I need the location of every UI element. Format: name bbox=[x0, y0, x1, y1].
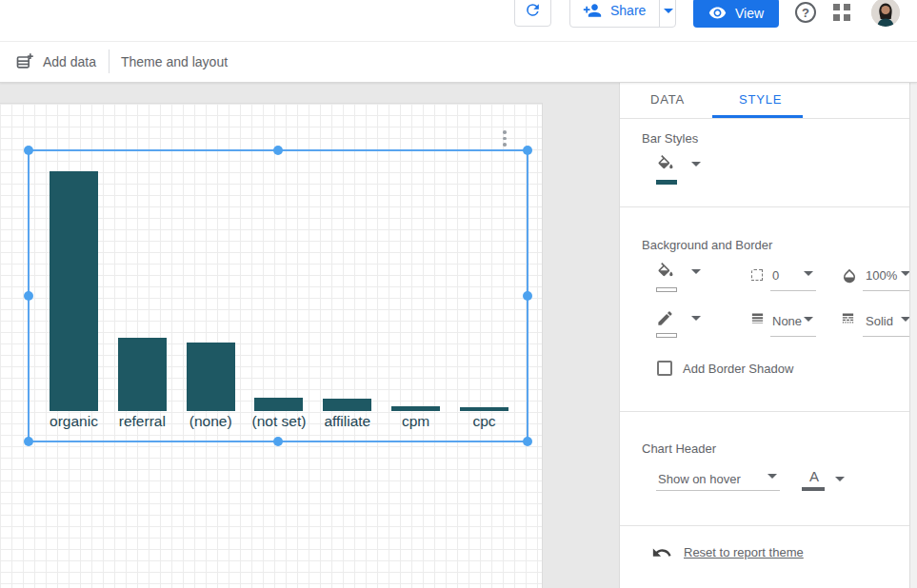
add-data-button[interactable]: Add data bbox=[15, 41, 96, 82]
user-avatar[interactable] bbox=[871, 0, 900, 27]
resize-handle-top-middle[interactable] bbox=[273, 146, 283, 155]
undo-icon bbox=[651, 542, 670, 561]
corner-radius-underline bbox=[770, 290, 816, 291]
resize-handle-bottom-left[interactable] bbox=[24, 437, 33, 446]
add-data-label: Add data bbox=[43, 54, 96, 69]
properties-panel: DATA STYLE Bar Styles Background and Bor… bbox=[619, 82, 917, 588]
edit-toolbar: Add data Theme and layout bbox=[0, 41, 917, 83]
border-color-button[interactable] bbox=[656, 309, 675, 328]
add-data-icon bbox=[15, 52, 34, 71]
person-add-icon bbox=[583, 1, 602, 20]
header-font-color-swatch bbox=[802, 487, 825, 491]
border-color-dropdown-icon[interactable] bbox=[691, 316, 701, 321]
pencil-icon bbox=[656, 309, 674, 327]
chart-selection-frame[interactable] bbox=[28, 149, 528, 442]
help-button[interactable]: ? bbox=[795, 2, 816, 23]
chart-header-title: Chart Header bbox=[642, 441, 716, 456]
border-style-underline bbox=[863, 336, 910, 337]
share-split-divider bbox=[659, 0, 660, 27]
theme-and-layout-button[interactable]: Theme and layout bbox=[121, 41, 228, 82]
bar-fill-color-button[interactable] bbox=[656, 155, 675, 174]
panel-scrollbar[interactable] bbox=[909, 82, 917, 588]
paint-bucket-icon bbox=[656, 155, 675, 174]
refresh-icon bbox=[524, 1, 542, 19]
share-label: Share bbox=[610, 3, 646, 18]
apps-grid-button[interactable] bbox=[833, 4, 850, 21]
panel-divider bbox=[620, 118, 917, 119]
background-color-button[interactable] bbox=[656, 263, 675, 282]
bar-color-swatch bbox=[656, 180, 677, 185]
chart-options-kebab-icon[interactable] bbox=[501, 130, 508, 149]
border-shadow-label: Add Border Shadow bbox=[683, 362, 793, 376]
background-border-title: Background and Border bbox=[642, 238, 772, 252]
view-label: View bbox=[735, 6, 764, 21]
top-app-bar: Share View ? bbox=[0, 0, 917, 42]
bar-color-dropdown-icon[interactable] bbox=[691, 162, 701, 167]
border-color-swatch bbox=[656, 333, 677, 338]
panel-divider bbox=[620, 411, 917, 412]
toolbar-separator bbox=[109, 49, 110, 73]
border-weight-value[interactable]: None bbox=[772, 314, 802, 328]
tab-style[interactable]: STYLE bbox=[739, 92, 782, 107]
share-dropdown-icon[interactable] bbox=[664, 9, 673, 13]
border-style-icon bbox=[841, 311, 860, 330]
border-shadow-checkbox[interactable] bbox=[657, 361, 672, 376]
resize-handle-top-right[interactable] bbox=[523, 146, 532, 155]
opacity-icon bbox=[841, 267, 860, 286]
help-glyph: ? bbox=[802, 6, 809, 20]
chart-header-mode-select[interactable]: Show on hover bbox=[658, 472, 741, 486]
bar-styles-title: Bar Styles bbox=[642, 131, 698, 146]
border-style-value[interactable]: Solid bbox=[866, 314, 893, 328]
border-weight-dropdown-icon[interactable] bbox=[804, 317, 813, 322]
corner-radius-value[interactable]: 0 bbox=[772, 268, 779, 283]
chart-header-mode-underline bbox=[656, 490, 780, 491]
background-color-dropdown-icon[interactable] bbox=[691, 269, 701, 274]
border-weight-underline bbox=[770, 336, 816, 337]
corner-radius-icon bbox=[751, 269, 763, 281]
panel-divider bbox=[620, 525, 917, 526]
eye-icon bbox=[708, 4, 727, 22]
theme-and-layout-label: Theme and layout bbox=[121, 54, 228, 69]
resize-handle-middle-left[interactable] bbox=[24, 291, 33, 301]
header-font-color-button[interactable]: A bbox=[809, 468, 819, 484]
share-button[interactable]: Share bbox=[569, 0, 676, 28]
resize-handle-bottom-right[interactable] bbox=[523, 437, 532, 446]
tab-data[interactable]: DATA bbox=[650, 92, 685, 107]
resize-handle-middle-right[interactable] bbox=[523, 291, 532, 301]
background-color-swatch bbox=[656, 287, 677, 292]
resize-handle-top-left[interactable] bbox=[24, 146, 33, 155]
border-weight-icon bbox=[750, 311, 769, 330]
refresh-button[interactable] bbox=[514, 0, 551, 27]
paint-bucket-icon bbox=[656, 263, 675, 282]
opacity-underline bbox=[863, 290, 910, 291]
reset-to-report-theme-link[interactable]: Reset to report theme bbox=[684, 545, 804, 559]
report-canvas[interactable]: organicreferral(none)(not set)affiliatec… bbox=[0, 103, 543, 588]
opacity-value[interactable]: 100% bbox=[866, 268, 897, 283]
resize-handle-bottom-middle[interactable] bbox=[273, 437, 283, 446]
avatar-image bbox=[871, 0, 900, 27]
chart-header-mode-dropdown-icon[interactable] bbox=[767, 474, 777, 479]
view-button[interactable]: View bbox=[693, 0, 779, 28]
panel-divider bbox=[620, 206, 917, 207]
corner-radius-dropdown-icon[interactable] bbox=[804, 271, 813, 276]
header-font-dropdown-icon[interactable] bbox=[835, 477, 845, 481]
